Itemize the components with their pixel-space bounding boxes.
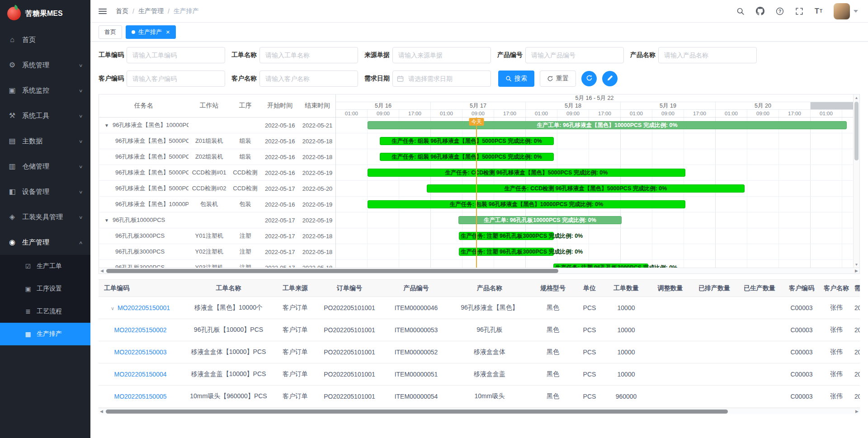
filter-input-product-code[interactable] — [525, 47, 624, 63]
sidebar-item-label: 首页 — [22, 36, 36, 44]
scroll-left-icon[interactable]: ◀ — [100, 409, 103, 414]
table-row[interactable]: MO20220515000510mm吸头【960000】PCS客户订单PO202… — [99, 386, 860, 408]
sidebar-item-system-monitor[interactable]: ▣系统监控∨ — [0, 78, 90, 103]
gantt-task-row[interactable]: 96孔移液盒【黑色】5000PCSZ02组装机组装2022-05-162022-… — [99, 149, 335, 165]
user-menu[interactable] — [834, 3, 858, 19]
scroll-left-icon[interactable]: ◀ — [100, 268, 104, 273]
github-icon[interactable] — [756, 6, 764, 16]
gantt-trailing-day — [811, 102, 853, 109]
gantt-task-row[interactable]: 96孔孔板3000PCSY03注塑机注塑2022-05-172022-05-18 — [99, 260, 335, 268]
scroll-right-icon[interactable]: ▶ — [855, 268, 858, 273]
chevron-down-icon[interactable]: ▼ — [104, 218, 109, 223]
sidebar-item-system-mgmt[interactable]: ⚙系统管理∨ — [0, 52, 90, 78]
order-code-link[interactable]: MO202205150001 — [118, 304, 170, 311]
sidebar-item-system-tools[interactable]: ⚒系统工具∨ — [0, 103, 90, 128]
gantt-horizontal-scrollbar[interactable]: ◀ ▶ — [99, 268, 859, 273]
table-row[interactable]: ∨MO202205150001移液盒【黑色】10000个客户订单PO202205… — [99, 297, 860, 319]
sidebar-toggle-button[interactable] — [90, 0, 115, 22]
filter-input-order-code[interactable] — [127, 47, 225, 63]
gantt-task-start: 2022-05-17 — [260, 264, 299, 268]
gantt-timeline-row: 生产任务: CCD检测 96孔移液盒【黑色】5000PCS 完成比例: 0% — [336, 181, 853, 197]
sidebar-subitem-process-flow[interactable]: ≣工艺流程 — [0, 300, 90, 323]
sidebar-item-production-mgmt[interactable]: ◉生产管理∧ — [0, 230, 90, 255]
gantt-bar[interactable]: 生产任务: 注塑 96孔孔板3000PCS 完成比例: 0% — [459, 232, 554, 240]
tab-home[interactable]: 首页 — [99, 25, 122, 39]
gantt-col-header: 开始时间 — [260, 102, 299, 110]
gantt-task-end: 2022-05-18 — [299, 233, 335, 240]
app-logo[interactable]: 苦糖果MES — [0, 0, 90, 27]
main-area: 首页/生产管理/生产排产 ? TT — [90, 0, 868, 438]
filter-input-order-name[interactable] — [259, 47, 358, 63]
filter-input-product-name[interactable] — [658, 47, 757, 63]
fullscreen-icon[interactable] — [795, 6, 803, 16]
scroll-down-icon[interactable]: ▼ — [854, 261, 859, 268]
sidebar-item-warehouse-mgmt[interactable]: ▥仓储管理∨ — [0, 154, 90, 179]
chevron-down-icon[interactable]: ▼ — [104, 123, 109, 128]
sidebar-item-fixture-mgmt[interactable]: ◈工装夹具管理∨ — [0, 204, 90, 230]
order-cell: PCS — [576, 319, 604, 341]
gantt-task-row[interactable]: 96孔移液盒【黑色】5000PCSCCD检测#01CCD检测2022-05-16… — [99, 165, 335, 181]
gantt-bar[interactable]: 生产任务: 注塑 96孔孔板3000PCS 完成比例: 0% — [459, 248, 554, 256]
gantt-task-station: Z02组装机 — [189, 153, 230, 161]
gantt-task-row[interactable]: ▼96孔孔板10000PCS2022-05-172022-05-19 — [99, 212, 335, 228]
search-icon[interactable] — [736, 6, 745, 16]
edit-button[interactable] — [602, 71, 618, 86]
breadcrumb-item[interactable]: 首页 — [116, 7, 128, 15]
filter-input-demand-date[interactable] — [392, 71, 491, 87]
gantt-bar[interactable]: 生产工单: 96孔孔板10000PCS 完成比例: 0% — [458, 216, 622, 224]
orders-table-wrap: 工单编码工单名称工单来源订单编号产品编号产品名称规格型号单位工单数量调整数量已排… — [99, 279, 860, 408]
gantt-bar[interactable]: 生产工单: 96孔移液盒【黑色】10000PCS 完成比例: 0% — [368, 121, 847, 129]
search-button[interactable]: 搜索 — [498, 71, 534, 87]
filter-input-customer-name[interactable] — [259, 71, 358, 87]
gantt-bar[interactable]: 生产任务: 组装 96孔移液盒【黑色】5000PCS 完成比例: 0% — [380, 153, 554, 161]
schedule-icon: ▦ — [24, 331, 32, 337]
sidebar-subitem-production-scheduling[interactable]: ▦生产排产 — [0, 323, 90, 345]
gantt-task-row[interactable]: 96孔移液盒【黑色】5000PCSCCD检测#02CCD检测2022-05-17… — [99, 181, 335, 197]
gantt-task-row[interactable]: ▼96孔移液盒【黑色】10000PCS2022-05-162022-05-21 — [99, 118, 335, 133]
close-icon[interactable]: × — [166, 28, 170, 35]
order-code-link[interactable]: MO202205150004 — [114, 371, 167, 378]
gantt-vertical-scrollbar[interactable]: ▲ ▼ — [853, 94, 859, 268]
breadcrumb-item[interactable]: 生产管理 — [138, 7, 164, 15]
gantt-bar[interactable]: 生产任务: 组装 96孔移液盒【黑色】5000PCS 完成比例: 0% — [380, 137, 554, 145]
gantt-task-row[interactable]: 96孔孔板3000PCSY02注塑机注塑2022-05-172022-05-18 — [99, 244, 335, 260]
gantt-task-row[interactable]: 96孔孔板3000PCSY01注塑机注塑2022-05-172022-05-18 — [99, 228, 335, 244]
font-size-icon[interactable]: TT — [815, 6, 822, 16]
help-icon[interactable]: ? — [776, 6, 784, 16]
gantt-task-row[interactable]: 96孔移液盒【黑色】10000PCS包装机包装2022-05-162022-05… — [99, 197, 335, 212]
reset-button[interactable]: 重置 — [540, 71, 576, 87]
scroll-right-icon[interactable]: ▶ — [855, 409, 859, 414]
orders-horizontal-scrollbar[interactable]: ◀ ▶ — [99, 408, 860, 414]
scrollbar-thumb[interactable] — [106, 410, 728, 414]
gantt-task-row[interactable]: 96孔移液盒【黑色】5000PCSZ01组装机组装2022-05-162022-… — [99, 133, 335, 149]
order-code-link[interactable]: MO202205150002 — [114, 326, 167, 334]
sidebar-item-master-data[interactable]: ▤主数据∨ — [0, 128, 90, 154]
gantt-bar[interactable]: 生产任务: 包装 96孔移液盒【黑色】10000PCS 完成比例: 0% — [368, 200, 685, 208]
gantt-table-header: 任务名工作站工序开始时间结束时间 — [99, 94, 335, 118]
scrollbar-thumb[interactable] — [106, 269, 558, 273]
sidebar-item-equipment-mgmt[interactable]: ◧设备管理∨ — [0, 179, 90, 204]
sidebar-subitem-production-order[interactable]: ☑生产工单 — [0, 255, 90, 278]
scrollbar-track[interactable] — [854, 101, 859, 261]
order-code-link[interactable]: MO202205150005 — [114, 393, 167, 400]
sidebar-item-home[interactable]: ⌂首页 — [0, 27, 90, 52]
tab-label: 生产排产 — [138, 28, 162, 36]
table-row[interactable]: MO202205150004移液盒盒盖【10000】PCS客户订单PO20220… — [99, 363, 860, 386]
filter-input-customer-code[interactable] — [127, 71, 225, 87]
tab-production-scheduling[interactable]: 生产排产× — [126, 25, 176, 39]
chevron-down-icon[interactable]: ∨ — [111, 306, 114, 311]
gantt-task-process: 注塑 — [230, 248, 260, 256]
table-row[interactable]: MO20220515000296孔孔板【10000】PCS客户订单PO20220… — [99, 319, 860, 341]
pencil-icon — [607, 75, 613, 83]
order-cell: 移液盒【黑色】10000个 — [182, 297, 275, 319]
filter-input-source-doc[interactable] — [392, 47, 491, 63]
refresh-button[interactable] — [581, 71, 597, 86]
order-code-link[interactable]: MO202205150003 — [114, 349, 167, 356]
scrollbar-thumb[interactable] — [854, 102, 859, 160]
gantt-bar[interactable]: 生产任务: CCD检测 96孔移液盒【黑色】5000PCS 完成比例: 0% — [427, 184, 745, 193]
gantt-bar[interactable]: 生产任务: CCD检测 96孔移液盒【黑色】5000PCS 完成比例: 0% — [368, 169, 685, 177]
scroll-up-icon[interactable]: ▲ — [854, 94, 859, 101]
table-row[interactable]: MO202205150003移液盒盒体【10000】PCS客户订单PO20220… — [99, 341, 860, 363]
gantt-bar[interactable]: 生产任务: 注塑 96孔孔板3000PCS 完成比例: 0% — [553, 264, 648, 268]
sidebar-subitem-process-settings[interactable]: ▣工序设置 — [0, 278, 90, 300]
